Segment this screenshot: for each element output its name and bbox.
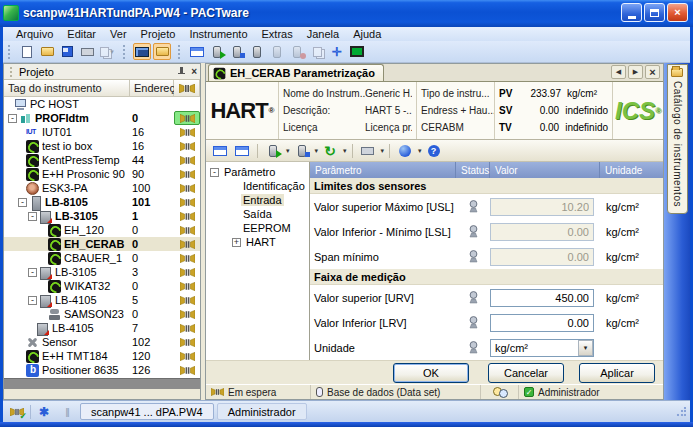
next-tab-button[interactable]: ▶: [628, 65, 643, 79]
project-tree-row[interactable]: EH_CERAB 0: [4, 237, 200, 251]
dropdown-button[interactable]: ▾: [578, 340, 593, 356]
project-tree-row[interactable]: PC HOST: [4, 97, 200, 111]
device-icon[interactable]: [248, 43, 266, 60]
expand-toggle[interactable]: +: [232, 238, 241, 247]
project-tree-row[interactable]: E+H Prosonic 90 90: [4, 167, 200, 181]
pin-icon[interactable]: [177, 67, 186, 76]
section-title: Limites dos sensores: [310, 178, 663, 194]
value-input[interactable]: [490, 198, 594, 216]
help-icon[interactable]: ?: [425, 142, 443, 159]
section-title: Faixa de medição: [310, 269, 663, 285]
project-tree-row[interactable]: - LB-8105 101: [4, 195, 200, 209]
project-tree-row[interactable]: Sensor 102: [4, 335, 200, 349]
project-tree-row[interactable]: - PROFIdtm 0: [4, 111, 200, 125]
device-catalog-tab[interactable]: Catálogo de instrumentos: [667, 64, 688, 214]
project-tree-row[interactable]: LB-4105 7: [4, 321, 200, 335]
menu-item[interactable]: Extras: [255, 28, 300, 40]
print-icon[interactable]: [78, 43, 96, 60]
network-view-icon[interactable]: [133, 43, 151, 60]
new-document-icon[interactable]: [18, 43, 36, 60]
monitor-icon[interactable]: [348, 43, 366, 60]
expand-toggle[interactable]: -: [210, 168, 219, 177]
close-button[interactable]: ×: [667, 3, 688, 22]
connection-ok-icon[interactable]: [7, 403, 27, 420]
close-tab-button[interactable]: ×: [645, 65, 660, 79]
column-header-address[interactable]: Endereço: [130, 80, 174, 97]
project-tree-row[interactable]: - LB-3105 1: [4, 209, 200, 223]
globe-dropdown[interactable]: ▾: [418, 147, 422, 155]
disconnect-dropdown[interactable]: ▾: [315, 147, 319, 155]
tab-eh-cerab-parametrizacao[interactable]: EH_CERAB Parametrização: [208, 64, 384, 81]
catalog-view-icon[interactable]: [153, 43, 171, 60]
save-icon[interactable]: [58, 43, 76, 60]
value-input[interactable]: [490, 223, 594, 241]
project-window-tab[interactable]: scanpw41 ... dPA.PW4: [80, 403, 214, 420]
menu-item[interactable]: Projeto: [134, 28, 183, 40]
asterisk-icon[interactable]: ✱: [34, 403, 54, 420]
move-icon[interactable]: ✛: [328, 43, 346, 60]
layout-single-icon[interactable]: [211, 142, 229, 159]
administrator-tab[interactable]: Administrador: [217, 403, 307, 420]
vendor-info: Tipo de instru...Endress + Hau...CERABM: [416, 82, 494, 139]
header-status: Status: [456, 162, 490, 178]
horizontal-scrollbar[interactable]: [4, 378, 200, 389]
project-tree-row[interactable]: - LB-4105 5: [4, 293, 200, 307]
value-input[interactable]: [490, 248, 594, 266]
window-icon[interactable]: [188, 43, 206, 60]
connect-icon[interactable]: [264, 142, 282, 159]
menu-item[interactable]: Arquivo: [9, 28, 60, 40]
apply-button[interactable]: Aplicar: [579, 363, 655, 383]
refresh-dropdown[interactable]: ▾: [343, 147, 347, 155]
project-tree-row[interactable]: CBAUER_1 0: [4, 251, 200, 265]
project-tree-row[interactable]: IUT01 16: [4, 125, 200, 139]
parameter-tree-item[interactable]: Saída: [210, 207, 309, 221]
value-input[interactable]: [490, 314, 594, 332]
connect-dropdown[interactable]: ▾: [286, 147, 290, 155]
refresh-icon[interactable]: ↻: [321, 142, 339, 159]
parameter-tree-item[interactable]: + HART: [210, 235, 309, 249]
menu-item[interactable]: Ver: [103, 28, 134, 40]
menu-item[interactable]: Janela: [300, 28, 346, 40]
parameter-tree-root[interactable]: - Parâmetro: [210, 165, 309, 179]
maximize-button[interactable]: [644, 3, 665, 22]
project-tree-row[interactable]: WIKAT32 0: [4, 279, 200, 293]
parameter-tree-item[interactable]: Identificação: [210, 179, 309, 193]
device-type-icon: [214, 67, 226, 79]
value-input[interactable]: [490, 289, 594, 307]
resize-grip[interactable]: [676, 407, 686, 417]
project-tree-row[interactable]: - LB-3105 3: [4, 265, 200, 279]
layout-split-icon[interactable]: [233, 142, 251, 159]
expand-toggle[interactable]: -: [28, 296, 37, 305]
menu-item[interactable]: Instrumento: [182, 28, 254, 40]
expand-toggle[interactable]: -: [8, 114, 17, 123]
disconnect-icon[interactable]: [293, 142, 311, 159]
expand-toggle[interactable]: -: [18, 198, 27, 207]
disconnect-device-icon[interactable]: [228, 43, 246, 60]
parameter-tree-item[interactable]: EEPROM: [210, 221, 309, 235]
cancel-button[interactable]: Cancelar: [488, 363, 564, 383]
project-tree-row[interactable]: SAMSON23 0: [4, 307, 200, 321]
menu-item[interactable]: Ajuda: [346, 28, 388, 40]
panel-close-icon[interactable]: ×: [191, 67, 197, 77]
project-tree-row[interactable]: E+H TMT184 120: [4, 349, 200, 363]
ok-button[interactable]: OK: [393, 363, 469, 383]
project-tree-row[interactable]: Positioner 8635 126: [4, 363, 200, 377]
project-tree-row[interactable]: ESK3-PA 100: [4, 181, 200, 195]
open-folder-icon[interactable]: [38, 43, 56, 60]
expand-toggle[interactable]: -: [28, 212, 37, 221]
menu-item[interactable]: Editar: [60, 28, 103, 40]
prev-tab-button[interactable]: ◀: [611, 65, 626, 79]
minimize-button[interactable]: [621, 3, 642, 22]
connection-state-icon: [174, 139, 200, 153]
parameter-tree-item[interactable]: Entrada: [210, 193, 309, 207]
print-dropdown[interactable]: ▾: [381, 147, 385, 155]
globe-icon[interactable]: [396, 142, 414, 159]
column-header-tag[interactable]: Tag do instrumento: [4, 80, 130, 97]
connect-device-icon[interactable]: [208, 43, 226, 60]
project-tree-row[interactable]: EH_120 0: [4, 223, 200, 237]
expand-toggle[interactable]: -: [28, 268, 37, 277]
device-type-icon: [48, 280, 61, 293]
project-tree-row[interactable]: KentPressTemp 44: [4, 153, 200, 167]
print-preview-icon[interactable]: [359, 142, 377, 159]
project-tree-row[interactable]: test io box 16: [4, 139, 200, 153]
